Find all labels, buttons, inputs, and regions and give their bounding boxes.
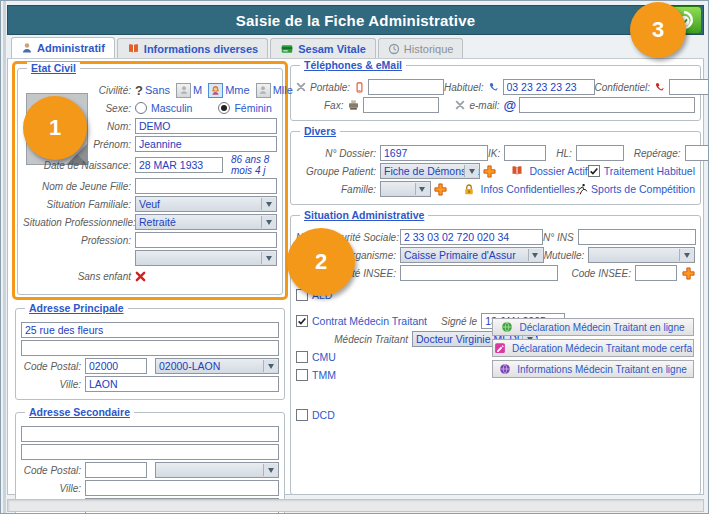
email-input[interactable] xyxy=(519,97,695,113)
woman-icon xyxy=(208,83,223,98)
civilite-m-label: M xyxy=(193,84,202,96)
add-famille-icon[interactable] xyxy=(434,183,447,196)
tab-sesam-vitale[interactable]: Sesam Vitale xyxy=(270,38,376,58)
chevron-down-icon xyxy=(261,216,275,228)
situation-professionnelle-select[interactable]: Retraité xyxy=(135,214,277,230)
localite-insee-input[interactable] xyxy=(400,265,558,281)
add-insee-icon[interactable] xyxy=(682,267,695,280)
situation-familiale-label: Situation Familiale: xyxy=(23,199,135,210)
cmu-checkbox[interactable] xyxy=(296,351,308,363)
adresse2-ligne1-input[interactable] xyxy=(21,426,279,442)
code-insee-label: Code INSEE: xyxy=(572,268,635,279)
nom-jeune-fille-input[interactable] xyxy=(135,178,277,194)
civilite-mlle-option[interactable]: Mlle xyxy=(256,83,293,98)
traitement-habituel-checkbox[interactable] xyxy=(588,165,600,177)
infos-confidentielles-label[interactable]: Infos Confidentielles xyxy=(481,183,576,195)
dcd-label: DCD xyxy=(312,409,335,421)
red-cross-icon[interactable] xyxy=(135,271,146,282)
secu-input[interactable] xyxy=(400,229,543,245)
date-naissance-input[interactable] xyxy=(135,157,223,173)
clear-portable-icon[interactable] xyxy=(296,82,306,92)
reperage-input[interactable] xyxy=(685,145,709,161)
civilite-mme-option[interactable]: Mme xyxy=(208,83,249,98)
code-postal2-ville-select[interactable] xyxy=(155,462,279,478)
ville2-input[interactable] xyxy=(85,480,279,496)
organisme-select[interactable]: Caisse Primaire d'Assur xyxy=(400,247,544,263)
tab-bar: Administratif Informations diverses Sesa… xyxy=(7,38,704,59)
adresse1-ligne1-input[interactable] xyxy=(21,322,279,338)
n-dossier-input[interactable] xyxy=(380,145,488,161)
ville-label: Ville: xyxy=(21,379,85,390)
sexe-feminin-radio[interactable] xyxy=(218,102,230,114)
add-groupe-icon[interactable] xyxy=(483,165,496,178)
organisme-value: Caisse Primaire d'Assur xyxy=(404,249,516,261)
code-postal-ville-select[interactable]: 02000-LAON xyxy=(155,358,279,374)
declaration-mt-cerfa-button[interactable]: Déclaration Médecin Traitant mode cerfa xyxy=(492,339,694,357)
globe-green-icon xyxy=(501,321,513,333)
chevron-down-icon xyxy=(263,360,277,372)
fax-icon xyxy=(347,99,360,111)
tab-label: Administratif xyxy=(37,42,105,54)
confidentiel-input[interactable] xyxy=(669,79,709,95)
profession-input[interactable] xyxy=(135,232,277,248)
civilite-sans-option[interactable]: ? Sans xyxy=(135,83,170,98)
ville-input[interactable] xyxy=(85,376,279,392)
chevron-down-icon xyxy=(261,198,275,210)
contrat-medecin-checkbox[interactable] xyxy=(296,315,308,327)
adresse-principale-title: Adresse Principale xyxy=(25,302,128,314)
ik-input[interactable] xyxy=(504,145,546,161)
cmu-label: CMU xyxy=(312,351,336,363)
nom-input[interactable] xyxy=(135,118,277,134)
at-icon: @ xyxy=(503,98,516,113)
sports-icon[interactable] xyxy=(575,183,588,196)
portable-label: Portable: xyxy=(310,82,354,93)
app-window: Saisie de la Fiche Administrative Admini… xyxy=(0,0,709,514)
fax-input[interactable] xyxy=(363,97,439,113)
code-postal2-input[interactable] xyxy=(85,462,147,478)
situation-administrative-title: Situation Administrative xyxy=(300,209,428,221)
book-icon xyxy=(127,43,140,55)
fax-label: Fax: xyxy=(324,100,347,111)
telephones-group: Téléphones & eMail Portable: Habituel: xyxy=(290,65,701,121)
code-insee-input[interactable] xyxy=(635,265,677,281)
dossier-actif-label[interactable]: Dossier Actif xyxy=(529,165,587,177)
informations-mt-en-ligne-button[interactable]: Informations Médecin Traitant en ligne xyxy=(492,360,694,378)
tmm-label: TMM xyxy=(312,369,336,381)
sexe-masculin-radio[interactable] xyxy=(135,102,147,114)
declaration-mt-en-ligne-button[interactable]: Déclaration Médecin Traitant en ligne xyxy=(492,318,694,336)
habituel-input[interactable] xyxy=(503,79,595,95)
code-postal-input[interactable] xyxy=(85,358,147,374)
profession-secondary-select[interactable] xyxy=(135,250,277,266)
tab-informations-diverses[interactable]: Informations diverses xyxy=(117,38,268,58)
situation-professionnelle-value: Retraité xyxy=(139,216,176,228)
lock-icon[interactable] xyxy=(463,183,475,196)
annotation-badge-2: 2 xyxy=(287,228,355,296)
portable-input[interactable] xyxy=(368,79,444,95)
tab-historique[interactable]: Historique xyxy=(378,38,464,58)
hl-input[interactable] xyxy=(576,145,624,161)
situation-familiale-select[interactable]: Veuf xyxy=(135,196,277,212)
groupe-patient-select[interactable]: Fiche de Démonstration xyxy=(380,163,480,179)
adresse1-ligne2-input[interactable] xyxy=(21,340,279,356)
tmm-checkbox[interactable] xyxy=(296,369,308,381)
ins-input[interactable] xyxy=(578,229,696,245)
chevron-down-icon xyxy=(415,183,429,195)
tab-administratif[interactable]: Administratif xyxy=(11,37,115,58)
famille-select[interactable] xyxy=(380,181,431,197)
hl-label: HL: xyxy=(556,148,576,159)
date-naissance-label: Date de Naissance: xyxy=(23,160,135,171)
n-dossier-label: N° Dossier: xyxy=(296,148,380,159)
page-title: Saisie de la Fiche Administrative xyxy=(236,12,475,29)
prenom-input[interactable] xyxy=(135,136,277,152)
civilite-label: Civilité: xyxy=(23,85,135,96)
clear-email-icon[interactable] xyxy=(455,100,465,110)
dcd-checkbox[interactable] xyxy=(296,409,308,421)
civilite-m-option[interactable]: M xyxy=(176,83,202,98)
medecin-traitant-label: Médecin Traitant xyxy=(320,334,412,345)
mutuelle-select[interactable] xyxy=(588,247,695,263)
sports-label: Sports de Compétition xyxy=(591,183,695,195)
adresse2-ligne2-input[interactable] xyxy=(21,444,279,460)
chevron-down-icon xyxy=(464,165,478,177)
dossier-actif-book-icon[interactable] xyxy=(510,165,524,177)
tab-label: Sesam Vitale xyxy=(298,43,366,55)
